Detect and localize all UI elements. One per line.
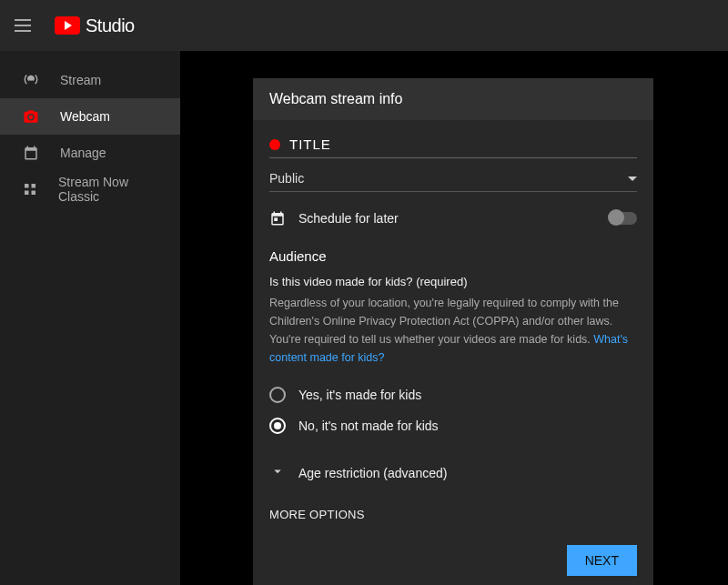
sidebar-item-label: Stream bbox=[60, 73, 101, 87]
panel-title: Webcam stream info bbox=[253, 78, 653, 120]
chevron-down-icon bbox=[269, 463, 286, 482]
radio-yes-kids[interactable]: Yes, it's made for kids bbox=[269, 379, 637, 410]
radio-icon bbox=[269, 387, 286, 403]
logo-text: Studio bbox=[86, 15, 135, 36]
made-for-kids-question: Is this video made for kids? (required) bbox=[269, 275, 637, 288]
coppa-description: Regardless of your location, you're lega… bbox=[269, 294, 637, 367]
sidebar-item-label: Manage bbox=[60, 146, 106, 160]
age-restriction-expander[interactable]: Age restriction (advanced) bbox=[269, 463, 637, 482]
audience-heading: Audience bbox=[269, 248, 637, 264]
app-header: Studio bbox=[0, 0, 728, 51]
visibility-value: Public bbox=[269, 171, 304, 186]
calendar-icon bbox=[22, 144, 40, 162]
next-button[interactable]: NEXT bbox=[567, 545, 637, 576]
sidebar: Stream Webcam Manage Stream Now Classic bbox=[0, 51, 180, 585]
radio-label: No, it's not made for kids bbox=[298, 419, 439, 433]
schedule-toggle[interactable] bbox=[610, 212, 637, 225]
sidebar-item-webcam[interactable]: Webcam bbox=[0, 98, 180, 135]
title-field[interactable] bbox=[269, 136, 637, 158]
record-dot-icon bbox=[269, 139, 280, 150]
sidebar-item-stream-now-classic[interactable]: Stream Now Classic bbox=[0, 171, 180, 207]
classic-stream-icon bbox=[22, 180, 38, 198]
chevron-down-icon bbox=[628, 177, 637, 181]
sidebar-item-stream[interactable]: Stream bbox=[0, 62, 180, 98]
sidebar-item-manage[interactable]: Manage bbox=[0, 135, 180, 171]
stream-info-panel: Webcam stream info Public Schedule for bbox=[253, 78, 653, 585]
menu-icon[interactable] bbox=[15, 15, 36, 36]
calendar-event-icon bbox=[269, 210, 286, 227]
age-restriction-label: Age restriction (advanced) bbox=[298, 466, 447, 480]
radio-no-kids[interactable]: No, it's not made for kids bbox=[269, 410, 637, 441]
radio-icon bbox=[269, 418, 286, 434]
more-options-button[interactable]: MORE OPTIONS bbox=[269, 508, 637, 521]
title-input[interactable] bbox=[289, 136, 637, 152]
youtube-studio-logo[interactable]: Studio bbox=[55, 15, 135, 36]
visibility-select[interactable]: Public bbox=[269, 158, 637, 192]
sidebar-item-label: Stream Now Classic bbox=[58, 175, 158, 204]
main-area: Webcam stream info Public Schedule for bbox=[180, 51, 728, 585]
camera-icon bbox=[22, 107, 40, 126]
schedule-label: Schedule for later bbox=[298, 211, 399, 226]
radio-label: Yes, it's made for kids bbox=[298, 388, 421, 402]
broadcast-icon bbox=[22, 71, 40, 89]
youtube-play-icon bbox=[55, 16, 80, 35]
sidebar-item-label: Webcam bbox=[60, 109, 110, 124]
